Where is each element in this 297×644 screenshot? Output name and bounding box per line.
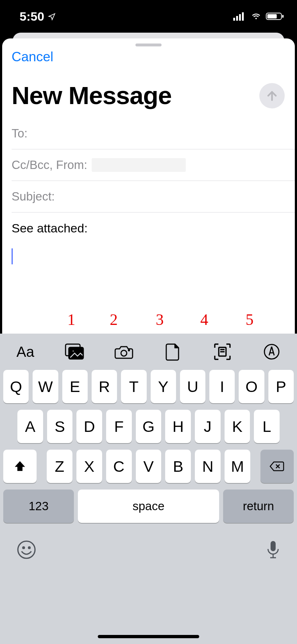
key-v[interactable]: V: [136, 450, 162, 483]
annotation-3: 3: [156, 310, 164, 329]
svg-point-19: [23, 547, 25, 549]
key-b[interactable]: B: [165, 450, 191, 483]
emoji-icon: [17, 540, 36, 560]
photo-library-icon: [64, 343, 85, 360]
key-w[interactable]: W: [33, 370, 58, 403]
battery-icon: [266, 9, 285, 24]
status-bar: 5:50: [0, 0, 297, 33]
key-k[interactable]: K: [225, 410, 250, 443]
scan-document-button[interactable]: [212, 341, 233, 363]
location-icon: [48, 9, 56, 24]
svg-rect-5: [267, 14, 277, 18]
arrow-up-icon: [265, 89, 279, 102]
key-z[interactable]: Z: [47, 450, 72, 483]
wifi-icon: [250, 9, 262, 24]
key-f[interactable]: F: [106, 410, 132, 443]
key-q[interactable]: Q: [3, 370, 29, 403]
annotation-5: 5: [246, 310, 254, 329]
attach-file-button[interactable]: [162, 341, 184, 363]
key-n[interactable]: N: [195, 450, 221, 483]
text-cursor: [12, 248, 13, 264]
to-label: To:: [12, 127, 28, 140]
message-body[interactable]: See attached:: [2, 212, 295, 276]
keyboard-row-4: 123 space return: [0, 490, 297, 523]
key-s[interactable]: S: [47, 410, 73, 443]
markup-icon: [263, 343, 280, 360]
svg-rect-3: [242, 12, 244, 21]
key-o[interactable]: O: [239, 370, 264, 403]
key-return[interactable]: return: [223, 490, 294, 523]
key-g[interactable]: G: [136, 410, 162, 443]
screen: 5:50 Cancel New Message: [0, 0, 297, 644]
key-c[interactable]: C: [106, 450, 132, 483]
camera-button[interactable]: [113, 341, 135, 363]
key-d[interactable]: D: [76, 410, 102, 443]
key-t[interactable]: T: [121, 370, 146, 403]
annotation-2: 2: [110, 310, 118, 329]
keyboard-row-1: Q W E R T Y U I O P: [0, 370, 297, 403]
backspace-icon: [269, 461, 285, 472]
cellular-icon: [233, 9, 246, 24]
from-value-redacted: [92, 158, 186, 172]
photo-library-button[interactable]: [64, 341, 85, 363]
format-text-button[interactable]: Aa: [14, 341, 36, 363]
keyboard-row-3: Z X C V B N M: [0, 450, 297, 483]
svg-rect-1: [236, 16, 238, 21]
svg-rect-21: [271, 541, 276, 551]
key-m[interactable]: M: [225, 450, 250, 483]
attach-file-icon: [166, 343, 181, 361]
markup-button[interactable]: [261, 341, 283, 363]
ccbcc-field[interactable]: Cc/Bcc, From:: [12, 149, 295, 181]
status-time: 5:50: [20, 9, 44, 24]
sheet-grabber[interactable]: [135, 44, 162, 46]
microphone-icon: [266, 540, 280, 560]
key-y[interactable]: Y: [151, 370, 176, 403]
key-j[interactable]: J: [195, 410, 221, 443]
keyboard-row-2: A S D F G H J K L: [0, 410, 297, 443]
svg-rect-2: [239, 14, 241, 21]
key-h[interactable]: H: [165, 410, 191, 443]
subject-label: Subject:: [12, 190, 55, 203]
dictation-button[interactable]: [266, 540, 280, 561]
key-space[interactable]: space: [78, 490, 219, 523]
annotation-row: 1 2 3 4 5: [2, 310, 295, 329]
key-numbers[interactable]: 123: [3, 490, 74, 523]
svg-point-18: [18, 541, 35, 558]
svg-rect-0: [233, 18, 235, 21]
svg-rect-6: [282, 15, 284, 18]
scan-document-icon: [213, 343, 231, 361]
to-field[interactable]: To:: [12, 118, 295, 149]
key-a[interactable]: A: [17, 410, 43, 443]
key-u[interactable]: U: [180, 370, 205, 403]
home-indicator[interactable]: [98, 635, 199, 638]
annotation-4: 4: [200, 310, 208, 329]
key-l[interactable]: L: [254, 410, 280, 443]
subject-field[interactable]: Subject:: [12, 181, 295, 212]
annotation-1: 1: [67, 310, 75, 329]
format-text-icon: Aa: [17, 344, 34, 360]
key-x[interactable]: X: [76, 450, 102, 483]
key-p[interactable]: P: [268, 370, 294, 403]
key-shift[interactable]: [3, 450, 37, 483]
body-text: See attached:: [12, 221, 285, 235]
svg-point-9: [72, 350, 74, 352]
ccbcc-label: Cc/Bcc, From:: [12, 158, 87, 172]
send-button[interactable]: [259, 83, 285, 108]
page-title: New Message: [12, 81, 172, 110]
key-i[interactable]: I: [209, 370, 235, 403]
svg-point-11: [129, 350, 130, 351]
shift-icon: [14, 460, 26, 472]
emoji-button[interactable]: [17, 540, 36, 561]
key-e[interactable]: E: [62, 370, 88, 403]
cancel-button[interactable]: Cancel: [2, 46, 295, 65]
key-r[interactable]: R: [92, 370, 117, 403]
camera-icon: [114, 344, 133, 360]
keyboard: Aa Q W E R T Y U I: [0, 334, 297, 644]
svg-point-10: [121, 350, 127, 356]
key-backspace[interactable]: [260, 450, 294, 483]
svg-point-20: [29, 547, 30, 549]
keyboard-toolbar: Aa: [0, 334, 297, 370]
